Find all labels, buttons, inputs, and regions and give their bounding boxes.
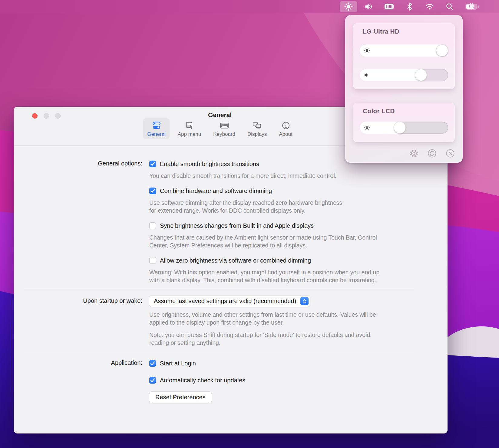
- tab-label: App menu: [178, 131, 201, 137]
- battery-gauge-icon[interactable]: [384, 1, 394, 12]
- display-name: LG Ultra HD: [363, 28, 399, 35]
- displays-dropdown-panel: LG Ultra HD: [345, 15, 463, 163]
- slider-knob[interactable]: [415, 69, 427, 81]
- app-menu-icon: [185, 121, 194, 130]
- brightness-icon: [364, 124, 370, 131]
- application-label: Application:: [14, 359, 142, 367]
- checkbox-auto-updates[interactable]: [149, 377, 156, 384]
- traffic-lights: [32, 113, 61, 119]
- tab-displays[interactable]: Displays: [243, 118, 271, 139]
- panel-footer: [409, 148, 455, 159]
- option-auto-updates: Automatically check for updates: [149, 376, 448, 384]
- desktop: General General: [0, 0, 499, 448]
- refresh-icon[interactable]: [427, 148, 437, 159]
- option-description: Use software dimming after the display r…: [149, 199, 422, 214]
- tab-keyboard[interactable]: Keyboard: [209, 118, 239, 139]
- section-divider: [24, 352, 414, 352]
- zoom-window-button[interactable]: [55, 113, 61, 119]
- checkbox-label[interactable]: Combine hardware and software dimming: [160, 188, 272, 195]
- option-description: You can disable smooth transitions for a…: [149, 172, 422, 180]
- checkbox-label[interactable]: Automatically check for updates: [160, 377, 245, 384]
- checkbox-zero-brightness[interactable]: [149, 257, 156, 264]
- slider-knob[interactable]: [436, 45, 448, 56]
- display-card-lg-ultra-hd: LG Ultra HD: [353, 23, 455, 89]
- brightness-slider[interactable]: [360, 44, 448, 57]
- tab-label: General: [147, 131, 165, 137]
- slider-fill: [360, 44, 448, 57]
- startup-note: Note: you can press Shift during startup…: [149, 331, 422, 347]
- wifi-icon[interactable]: [425, 1, 434, 12]
- tab-label: Displays: [247, 131, 267, 137]
- option-description: Changes that are caused by the Ambient l…: [149, 234, 422, 249]
- display-name: Color LCD: [363, 107, 395, 115]
- display-card-color-lcd: Color LCD: [353, 103, 455, 142]
- checkbox-combine-dimming[interactable]: [149, 188, 156, 194]
- checkbox-label[interactable]: Sync brightness changes from Built-in an…: [160, 222, 314, 229]
- section-divider: [24, 290, 414, 290]
- startup-select-value: Assume last saved settings are valid (re…: [154, 298, 296, 305]
- toggles-icon: [152, 121, 161, 130]
- tab-label: About: [279, 131, 292, 137]
- checkbox-sync-brightness[interactable]: [149, 222, 156, 229]
- battery-charging-icon[interactable]: [465, 1, 479, 12]
- bluetooth-icon[interactable]: [405, 1, 414, 12]
- close-circle-icon[interactable]: [445, 148, 455, 159]
- tab-about[interactable]: About: [275, 118, 296, 139]
- brightness-slider[interactable]: [360, 122, 448, 134]
- checkbox-smooth-transitions[interactable]: [149, 161, 156, 167]
- close-window-button[interactable]: [32, 113, 38, 119]
- slider-fill: [360, 69, 427, 81]
- select-chevrons-icon: [300, 297, 309, 305]
- preferences-content: General options: Enable smooth brightnes…: [14, 146, 448, 403]
- general-options-label: General options:: [14, 160, 142, 180]
- option-sync-brightness: Sync brightness changes from Built-in an…: [149, 222, 448, 230]
- reset-preferences-button[interactable]: Reset Preferences: [149, 392, 212, 403]
- keyboard-icon: [220, 121, 229, 130]
- displays-icon: [252, 121, 262, 130]
- minimize-window-button[interactable]: [44, 113, 49, 119]
- startup-select[interactable]: Assume last saved settings are valid (re…: [149, 296, 310, 307]
- checkbox-label[interactable]: Allow zero brightness via software or co…: [160, 257, 311, 264]
- slider-knob[interactable]: [394, 122, 405, 133]
- menu-bar: [0, 0, 499, 13]
- tab-app-menu[interactable]: App menu: [174, 118, 205, 139]
- volume-icon[interactable]: [364, 1, 373, 12]
- option-zero-brightness: Allow zero brightness via software or co…: [149, 257, 448, 264]
- startup-description: Use brightness, volume and other setting…: [149, 311, 422, 326]
- volume-slider[interactable]: [360, 69, 448, 81]
- option-description: Warning! With this option enabled, you m…: [149, 268, 422, 284]
- volume-icon: [364, 72, 370, 78]
- checkbox-label[interactable]: Enable smooth brightness transitions: [160, 161, 259, 168]
- brightness-icon: [364, 47, 370, 54]
- tab-label: Keyboard: [213, 131, 235, 137]
- settings-gear-icon[interactable]: [409, 148, 419, 159]
- brightness-icon[interactable]: [340, 1, 357, 12]
- tab-general[interactable]: General: [143, 118, 169, 139]
- startup-label: Upon startup or wake:: [14, 296, 142, 347]
- info-icon: [281, 121, 290, 130]
- search-icon[interactable]: [445, 1, 454, 12]
- option-combine-dimming: Combine hardware and software dimming: [149, 187, 448, 195]
- checkbox-label[interactable]: Start at Login: [160, 360, 196, 367]
- checkbox-start-at-login[interactable]: [149, 360, 156, 367]
- option-start-at-login: Start at Login: [149, 359, 448, 367]
